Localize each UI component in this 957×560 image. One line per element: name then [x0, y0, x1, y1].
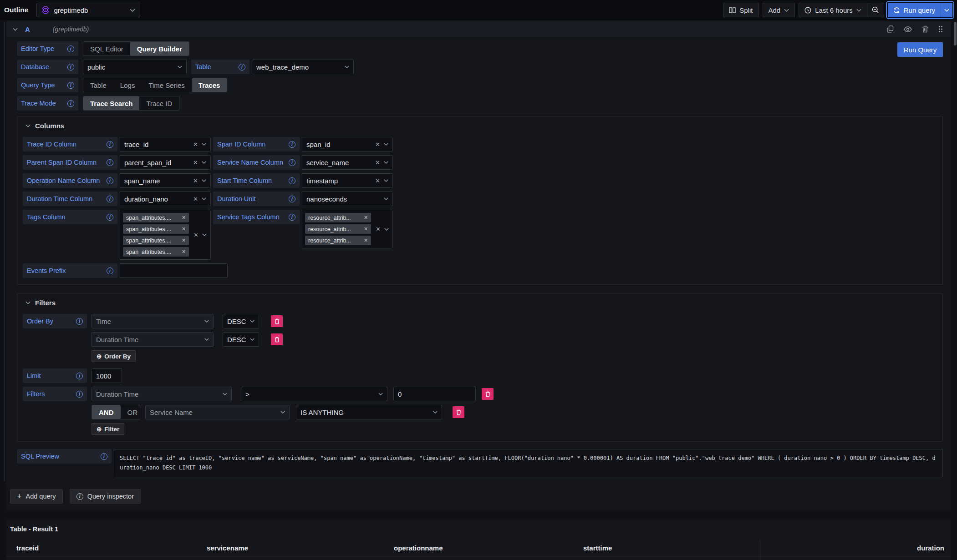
query-type-option-time-series[interactable]: Time Series — [142, 78, 191, 92]
remove-order-by-button[interactable] — [271, 315, 283, 327]
service-name-column-select[interactable]: service_name ✕ — [302, 155, 393, 170]
filter-field-select[interactable]: Duration Time — [92, 387, 232, 401]
info-icon[interactable]: i — [289, 159, 295, 166]
query-type-option-table[interactable]: Table — [83, 78, 113, 92]
span-id-column-select[interactable]: span_id ✕ — [302, 137, 393, 151]
table-select[interactable]: web_trace_demo — [252, 60, 354, 74]
filter-logic-or[interactable]: OR — [121, 405, 141, 419]
add-button[interactable]: Add — [763, 3, 795, 17]
clear-icon[interactable]: ✕ — [193, 141, 198, 148]
query-type-option-logs[interactable]: Logs — [113, 78, 142, 92]
query-type-option-traces[interactable]: Traces — [192, 78, 227, 92]
outline-toggle[interactable]: Outline — [2, 3, 30, 17]
clear-icon[interactable]: ✕ — [375, 177, 380, 184]
filters-section-header[interactable]: Filters — [25, 299, 937, 307]
filter-value-input[interactable] — [393, 387, 476, 401]
trace-id-column-select[interactable]: trace_id ✕ — [120, 137, 211, 151]
info-icon[interactable]: i — [107, 141, 113, 148]
clear-icon[interactable]: ✕ — [193, 196, 198, 202]
start-time-column-select[interactable]: timestamp ✕ — [302, 173, 393, 188]
col-header-starttime[interactable]: starttime — [573, 544, 760, 552]
info-icon[interactable]: i — [289, 141, 295, 148]
info-icon[interactable]: i — [289, 196, 295, 202]
remove-chip-icon[interactable]: ✕ — [364, 226, 368, 232]
remove-filter-button[interactable] — [482, 388, 494, 400]
info-icon[interactable]: i — [107, 267, 113, 274]
clear-icon[interactable]: ✕ — [375, 159, 380, 166]
order-by-field-select[interactable]: Time — [92, 314, 214, 328]
col-header-duration[interactable]: duration — [760, 540, 951, 556]
clear-icon[interactable]: ✕ — [193, 177, 198, 184]
info-icon[interactable]: i — [107, 159, 113, 166]
add-order-by-button[interactable]: ⊕ Order By — [92, 350, 136, 362]
remove-chip-icon[interactable]: ✕ — [364, 215, 368, 221]
query-inspector-button[interactable]: i Query inspector — [70, 489, 141, 504]
duplicate-query-icon[interactable] — [887, 25, 894, 33]
run-query-panel-button[interactable]: Run Query — [897, 42, 943, 57]
time-range-picker[interactable]: Last 6 hours — [799, 3, 867, 17]
trace-mode-option-trace-id[interactable]: Trace ID — [139, 96, 179, 110]
tags-column-multiselect[interactable]: span_attributes....✕ span_attributes....… — [120, 210, 211, 260]
remove-filter-button-2[interactable] — [453, 406, 464, 418]
remove-chip-icon[interactable]: ✕ — [182, 237, 186, 243]
editor-type-option-sql-editor[interactable]: SQL Editor — [83, 42, 130, 55]
filter-operator-select-2[interactable]: IS ANYTHING — [296, 405, 442, 419]
info-icon[interactable]: i — [107, 214, 113, 221]
info-icon[interactable]: i — [76, 391, 83, 398]
filter-logic-and[interactable]: AND — [92, 405, 121, 419]
zoom-out-time-button[interactable] — [867, 3, 884, 17]
order-by-field-select-2[interactable]: Duration Time — [92, 332, 214, 347]
filter-field-select-2[interactable]: Service Name — [145, 405, 290, 419]
info-icon[interactable]: i — [107, 196, 113, 202]
trace-mode-option-trace-search[interactable]: Trace Search — [83, 96, 139, 110]
info-icon[interactable]: i — [289, 214, 295, 221]
info-icon[interactable]: i — [76, 318, 83, 325]
remove-chip-icon[interactable]: ✕ — [182, 249, 186, 255]
scrollbar-thumb[interactable] — [954, 22, 957, 45]
hide-response-eye-icon[interactable] — [904, 26, 912, 32]
remove-chip-icon[interactable]: ✕ — [364, 237, 368, 243]
remove-chip-icon[interactable]: ✕ — [182, 215, 186, 221]
collapse-chevron-icon[interactable] — [13, 28, 18, 31]
add-filter-button[interactable]: ⊕ Filter — [92, 423, 124, 435]
split-button[interactable]: Split — [723, 3, 758, 17]
info-icon[interactable]: i — [239, 64, 245, 71]
datasource-picker[interactable]: greptimedb — [36, 3, 140, 17]
order-by-direction-select-2[interactable]: DESC — [223, 332, 259, 347]
info-icon[interactable]: i — [67, 64, 74, 71]
order-by-direction-select[interactable]: DESC — [223, 314, 259, 328]
info-icon[interactable]: i — [67, 45, 74, 52]
info-icon[interactable]: i — [289, 177, 295, 184]
drag-handle-grip-icon[interactable] — [938, 25, 943, 33]
events-prefix-input[interactable] — [120, 263, 228, 278]
info-icon[interactable]: i — [67, 82, 74, 89]
clear-icon[interactable]: ✕ — [193, 159, 198, 166]
editor-type-option-query-builder[interactable]: Query Builder — [130, 42, 189, 55]
query-ref-id[interactable]: A — [25, 25, 30, 33]
info-icon[interactable]: i — [67, 100, 74, 107]
parent-span-id-column-select[interactable]: parent_span_id ✕ — [120, 155, 211, 170]
col-header-servicename[interactable]: servicename — [197, 544, 384, 552]
add-query-button[interactable]: + Add query — [10, 489, 63, 504]
info-icon[interactable]: i — [107, 177, 113, 184]
info-icon[interactable]: i — [76, 373, 83, 379]
run-query-options-caret[interactable] — [941, 3, 952, 17]
col-header-traceid[interactable]: traceid — [6, 544, 197, 552]
info-icon[interactable]: i — [101, 453, 107, 460]
col-header-operationname[interactable]: operationname — [384, 544, 573, 552]
remove-query-trash-icon[interactable] — [922, 25, 928, 33]
duration-unit-select[interactable]: nanoseconds — [302, 192, 393, 206]
columns-section-header[interactable]: Columns — [25, 122, 937, 130]
clear-all-icon[interactable]: ✕ — [193, 232, 199, 238]
database-select[interactable]: public — [83, 60, 187, 74]
clear-icon[interactable]: ✕ — [375, 141, 380, 148]
clear-all-icon[interactable]: ✕ — [376, 226, 381, 232]
limit-input[interactable] — [92, 368, 122, 383]
remove-order-by-button-2[interactable] — [271, 333, 283, 345]
operation-name-column-select[interactable]: span_name ✕ — [120, 173, 211, 188]
run-query-button[interactable]: Run query — [888, 3, 941, 17]
service-tags-column-multiselect[interactable]: resource_attrib...✕ resource_attrib...✕ … — [302, 210, 393, 248]
duration-time-column-select[interactable]: duration_nano ✕ — [120, 192, 211, 206]
remove-chip-icon[interactable]: ✕ — [182, 226, 186, 232]
filter-operator-select[interactable]: > — [241, 387, 387, 401]
